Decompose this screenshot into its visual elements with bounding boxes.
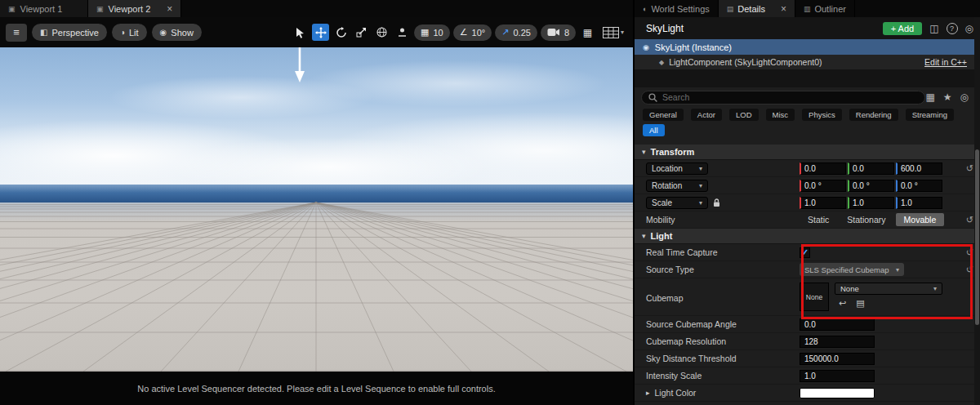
browse-to-asset-icon[interactable]: ▤ xyxy=(856,298,864,309)
cubemap-asset-dropdown[interactable]: None ▾ xyxy=(835,283,942,295)
cubemap-asset-picker: None None ▾ ↩ ▤ xyxy=(800,283,942,311)
source-type-dropdown[interactable]: SLS Specified Cubemap ▾ xyxy=(800,263,904,276)
favorites-star-icon[interactable]: ★ xyxy=(943,91,952,103)
show-dropdown[interactable]: ◉ Show xyxy=(152,24,202,41)
lock-icon[interactable] xyxy=(713,198,720,207)
mobility-option-movable[interactable]: Movable xyxy=(896,213,945,226)
grid-snap-value[interactable]: 10 xyxy=(433,28,443,38)
component-tree-root-row[interactable]: ◉ SkyLight (Instance) xyxy=(635,39,980,55)
add-component-button[interactable]: + Add xyxy=(883,22,922,35)
light-section-label: Light xyxy=(651,231,673,241)
tab-world-settings[interactable]: ◐ World Settings xyxy=(635,0,719,17)
component-tree-child-row[interactable]: ◆ LightComponent (SkyLightComponent0) Ed… xyxy=(635,55,980,69)
rotation-snap-control[interactable]: ∠ 10° xyxy=(453,24,492,41)
camera-speed-value[interactable]: 8 xyxy=(564,28,569,38)
scale-tool-button[interactable] xyxy=(353,24,370,41)
location-x-field[interactable]: 0.0 xyxy=(800,162,846,175)
grid-preview-icon xyxy=(603,27,619,38)
rotate-icon xyxy=(336,27,347,38)
viewport-toolbar: ≡ ◧ Perspective ◑ Lit ◉ Show xyxy=(0,17,633,47)
close-tab-icon[interactable]: × xyxy=(167,3,172,15)
details-scrollbar-thumb[interactable] xyxy=(975,149,979,325)
lit-dropdown[interactable]: ◑ Lit xyxy=(112,24,147,41)
rotation-y-field[interactable]: 0.0 ° xyxy=(848,180,894,192)
surface-snap-button[interactable] xyxy=(394,24,411,41)
mobility-option-static[interactable]: Static xyxy=(800,213,837,226)
real-time-capture-checkbox[interactable]: ✓ xyxy=(800,247,810,258)
filter-general[interactable]: General xyxy=(643,109,684,121)
source-type-label: Source Type xyxy=(646,265,694,274)
property-row-rotation: Rotation ▾ 0.0 ° 0.0 ° 0.0 ° xyxy=(635,177,980,194)
filter-misc[interactable]: Misc xyxy=(766,109,795,121)
scale-snap-control[interactable]: ↗ 0.25 xyxy=(495,24,537,41)
perspective-dropdown[interactable]: ◧ Perspective xyxy=(32,24,107,41)
lit-sphere-icon: ◑ xyxy=(120,28,125,37)
spacer xyxy=(635,138,980,145)
grid-snap-control[interactable]: ▦ 10 xyxy=(414,24,450,41)
help-icon[interactable]: ? xyxy=(947,23,958,34)
search-icon xyxy=(648,93,657,102)
filter-lod[interactable]: LOD xyxy=(729,109,759,121)
cubemap-thumbnail[interactable]: None xyxy=(800,283,829,311)
scale-mode-dropdown[interactable]: Scale ▾ xyxy=(646,197,708,209)
viewport-layout-dropdown[interactable]: ▾ xyxy=(599,24,627,41)
cubemap-resolution-field[interactable]: 128 xyxy=(800,336,875,348)
location-y-field[interactable]: 0.0 xyxy=(848,162,894,175)
instance-row-label: SkyLight (Instance) xyxy=(655,42,732,52)
filter-physics[interactable]: Physics xyxy=(802,109,842,121)
source-cubemap-angle-field[interactable]: 0.0 xyxy=(800,318,875,331)
select-tool-button[interactable] xyxy=(292,24,309,41)
rotation-z-field[interactable]: 0.0 ° xyxy=(896,180,942,192)
sky-distance-threshold-field[interactable]: 150000.0 xyxy=(800,353,875,365)
scale-y-field[interactable]: 1.0 xyxy=(848,197,894,209)
viewport-3d-scene[interactable] xyxy=(0,47,633,372)
search-input[interactable] xyxy=(662,92,918,102)
use-selected-asset-icon[interactable]: ↩ xyxy=(839,298,846,309)
tab-details[interactable]: ▤ Details × xyxy=(719,0,795,17)
tab-outliner[interactable]: ▥ Outliner xyxy=(795,0,855,17)
lit-label: Lit xyxy=(129,28,139,38)
reset-to-default-icon[interactable]: ↺ xyxy=(957,163,973,174)
edit-in-cpp-link[interactable]: Edit in C++ xyxy=(924,57,967,67)
viewport-menu-button[interactable]: ≡ xyxy=(6,24,27,42)
rotation-snap-value[interactable]: 10° xyxy=(472,28,486,38)
scale-snap-value[interactable]: 0.25 xyxy=(513,28,530,38)
filter-all[interactable]: All xyxy=(643,124,665,136)
reset-to-default-icon[interactable]: ↺ xyxy=(957,265,973,275)
reset-to-default-icon[interactable]: ↺ xyxy=(957,247,973,258)
close-tab-icon[interactable]: × xyxy=(781,3,786,15)
intensity-scale-field[interactable]: 1.0 xyxy=(800,370,875,382)
details-header-actions: + Add ◫ ? ◎ xyxy=(883,22,973,35)
location-mode-dropdown[interactable]: Location ▾ xyxy=(646,162,708,175)
location-z-field[interactable]: 600.0 xyxy=(896,162,942,175)
source-cubemap-angle-label: Source Cubemap Angle xyxy=(646,319,737,329)
tab-viewport-1[interactable]: ▣ Viewport 1 xyxy=(0,0,88,17)
tab-viewport-2-label: Viewport 2 xyxy=(109,4,151,14)
light-color-swatch[interactable] xyxy=(800,388,875,398)
property-row-sky-distance-threshold: Sky Distance Threshold 150000.0 xyxy=(635,350,980,367)
view-settings-gear-icon[interactable]: ◎ xyxy=(960,91,969,103)
display-options-icon[interactable]: ▦ xyxy=(925,91,934,103)
tab-viewport-2[interactable]: ▣ Viewport 2 × xyxy=(88,0,181,17)
world-local-toggle-button[interactable] xyxy=(373,24,390,41)
filter-rendering[interactable]: Rendering xyxy=(849,109,898,121)
section-header-transform[interactable]: ▾ Transform xyxy=(635,145,980,160)
scale-z-field[interactable]: 1.0 xyxy=(896,197,942,209)
move-tool-button[interactable] xyxy=(312,24,329,41)
rotate-tool-button[interactable] xyxy=(332,24,350,41)
filter-streaming[interactable]: Streaming xyxy=(906,109,954,121)
filter-actor[interactable]: Actor xyxy=(691,109,722,121)
camera-speed-control[interactable]: 8 xyxy=(541,24,576,41)
maximize-viewport-button[interactable]: ▦ xyxy=(579,24,596,41)
search-box[interactable] xyxy=(641,91,925,105)
scale-x-field[interactable]: 1.0 xyxy=(800,197,846,209)
mobility-option-stationary[interactable]: Stationary xyxy=(839,213,893,226)
rotation-mode-dropdown[interactable]: Rotation ▾ xyxy=(646,180,708,192)
rotation-x-field[interactable]: 0.0 ° xyxy=(800,180,846,192)
reset-to-default-icon[interactable]: ↺ xyxy=(957,215,973,225)
settings-gear-icon[interactable]: ◎ xyxy=(965,23,973,34)
chevron-right-icon[interactable]: ▸ xyxy=(646,389,650,397)
light-direction-arrow-gizmo[interactable] xyxy=(292,47,307,83)
section-header-light[interactable]: ▾ Light xyxy=(635,229,980,244)
panel-layout-icon[interactable]: ◫ xyxy=(929,23,938,34)
